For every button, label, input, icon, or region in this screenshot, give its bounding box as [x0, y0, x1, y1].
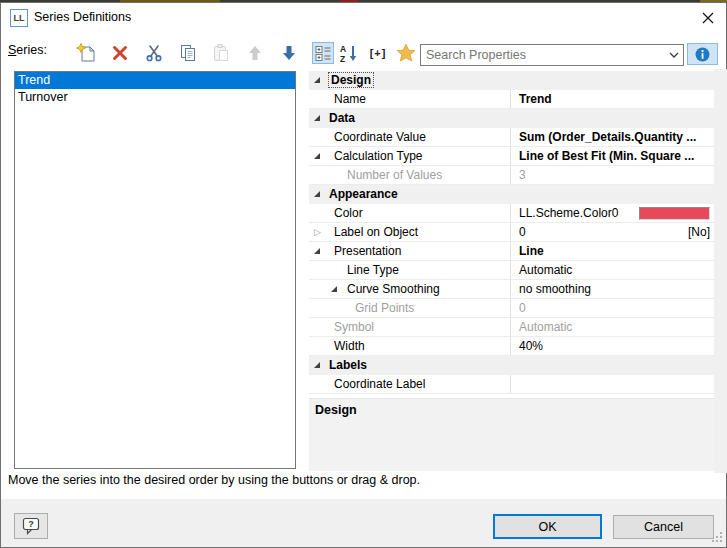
- property-value[interactable]: Trend: [510, 90, 714, 108]
- property-label: Width: [309, 337, 510, 355]
- property-value-text: LL.Scheme.Color0: [519, 204, 618, 222]
- property-label: Grid Points: [309, 299, 510, 317]
- paste-button[interactable]: [209, 41, 233, 65]
- property-value-text: Sum (Order_Details.Quantity ...: [519, 128, 696, 146]
- chevron-down-icon: [669, 52, 679, 58]
- cancel-button[interactable]: Cancel: [613, 515, 714, 539]
- help-bubble-icon: ?: [20, 516, 42, 536]
- collapse-icon[interactable]: [314, 248, 320, 254]
- property-row-color[interactable]: ColorLL.Scheme.Color0: [309, 204, 714, 223]
- property-label: Label on Object: [309, 223, 510, 241]
- property-row-coordinate-label[interactable]: Coordinate Label: [309, 375, 714, 394]
- property-label: Color: [309, 204, 510, 222]
- property-value-text: 3: [519, 166, 526, 184]
- property-label: Name: [309, 90, 510, 108]
- property-row-label-on-object[interactable]: ▷Label on Object0[No]: [309, 223, 714, 242]
- category-row-design[interactable]: Design: [309, 71, 714, 90]
- series-listbox[interactable]: TrendTurnover: [14, 71, 296, 469]
- property-value[interactable]: no smoothing: [510, 280, 714, 298]
- new-series-button[interactable]: [74, 41, 98, 65]
- help-button[interactable]: ?: [14, 513, 48, 539]
- expand-all-label: [+]: [370, 47, 387, 59]
- expand-icon[interactable]: ▷: [314, 225, 321, 239]
- ok-button[interactable]: OK: [493, 514, 602, 539]
- copy-button[interactable]: [176, 41, 200, 65]
- property-row-grid-points[interactable]: Grid Points0: [309, 299, 714, 318]
- series-item-trend[interactable]: Trend: [15, 72, 295, 89]
- resize-grip-icon: [711, 531, 723, 543]
- new-page-star-icon: [76, 43, 96, 63]
- property-label: Data: [309, 109, 510, 128]
- property-value[interactable]: Line: [510, 242, 714, 260]
- expand-all-button[interactable]: [+]: [364, 45, 392, 61]
- close-button[interactable]: [696, 3, 720, 32]
- delete-series-button[interactable]: [108, 41, 132, 65]
- property-value[interactable]: Line of Best Fit (Min. Square ...: [510, 147, 714, 165]
- series-toolbar: Series:: [1, 32, 726, 69]
- title-bar[interactable]: LL Series Definitions: [1, 3, 726, 32]
- property-value[interactable]: Automatic: [510, 318, 714, 336]
- property-value-text: 0: [519, 299, 526, 317]
- property-row-coordinate-value[interactable]: Coordinate ValueSum (Order_Details.Quant…: [309, 128, 714, 147]
- property-value[interactable]: 0[No]: [510, 223, 714, 241]
- copy-pages-icon: [178, 43, 198, 63]
- screen: LL Series Definitions Series:: [0, 0, 727, 548]
- hint-text: Move the series into the desired order b…: [8, 473, 420, 487]
- property-row-number-of-values[interactable]: Number of Values3: [309, 166, 714, 185]
- property-row-symbol[interactable]: SymbolAutomatic: [309, 318, 714, 337]
- info-button[interactable]: [687, 43, 718, 65]
- property-value[interactable]: 0: [510, 299, 714, 317]
- property-value[interactable]: Sum (Order_Details.Quantity ...: [510, 128, 714, 146]
- star-icon: [395, 42, 417, 64]
- search-input[interactable]: [421, 46, 665, 64]
- sort-alphabetical-button[interactable]: A Z: [338, 42, 360, 64]
- category-row-labels[interactable]: Labels: [309, 356, 714, 375]
- collapse-icon[interactable]: [331, 286, 337, 292]
- property-label: Calculation Type: [309, 147, 510, 165]
- right-gutter: [714, 69, 727, 473]
- property-label: Coordinate Label: [309, 375, 510, 393]
- svg-text:?: ?: [28, 519, 34, 529]
- property-label: Presentation: [309, 242, 510, 260]
- property-row-calculation-type[interactable]: Calculation TypeLine of Best Fit (Min. S…: [309, 147, 714, 166]
- property-row-curve-smoothing[interactable]: Curve Smoothingno smoothing: [309, 280, 714, 299]
- collapse-icon[interactable]: [314, 191, 320, 197]
- color-swatch[interactable]: [639, 207, 710, 220]
- property-value[interactable]: 40%: [510, 337, 714, 355]
- property-row-presentation[interactable]: PresentationLine: [309, 242, 714, 261]
- favorites-button[interactable]: [394, 41, 418, 65]
- info-icon: [694, 46, 711, 63]
- series-definitions-dialog: LL Series Definitions Series:: [0, 2, 727, 548]
- collapse-icon[interactable]: [314, 362, 320, 368]
- collapse-icon[interactable]: [314, 153, 320, 159]
- property-value-text: no smoothing: [519, 280, 591, 298]
- cut-button[interactable]: [142, 41, 166, 65]
- property-row-name[interactable]: NameTrend: [309, 90, 714, 109]
- property-value-text: Automatic: [519, 261, 572, 279]
- combo-dropdown-button[interactable]: [665, 45, 683, 65]
- property-row-line-type[interactable]: Line TypeAutomatic: [309, 261, 714, 280]
- property-value-right: [No]: [688, 223, 710, 241]
- property-value[interactable]: [510, 375, 714, 393]
- property-value-text: 0: [519, 223, 526, 241]
- collapse-icon[interactable]: [314, 115, 320, 121]
- property-value[interactable]: 3: [510, 166, 714, 184]
- collapse-icon[interactable]: [314, 77, 320, 83]
- property-label: Number of Values: [309, 166, 510, 184]
- svg-text:Z: Z: [340, 54, 345, 63]
- property-row-width[interactable]: Width40%: [309, 337, 714, 356]
- series-item-turnover[interactable]: Turnover: [15, 89, 295, 106]
- app-icon: LL: [10, 9, 28, 27]
- property-label: Curve Smoothing: [309, 280, 510, 298]
- category-row-appearance[interactable]: Appearance: [309, 185, 714, 204]
- scissors-icon: [144, 43, 164, 63]
- move-down-button[interactable]: [277, 41, 301, 65]
- property-value-text: Trend: [519, 90, 552, 108]
- categorized-view-button[interactable]: [312, 42, 334, 64]
- property-value[interactable]: Automatic: [510, 261, 714, 279]
- red-x-icon: [110, 43, 130, 63]
- property-value[interactable]: LL.Scheme.Color0: [510, 204, 714, 222]
- resize-grip[interactable]: [711, 531, 723, 546]
- category-row-data[interactable]: Data: [309, 109, 714, 128]
- move-up-button[interactable]: [243, 41, 267, 65]
